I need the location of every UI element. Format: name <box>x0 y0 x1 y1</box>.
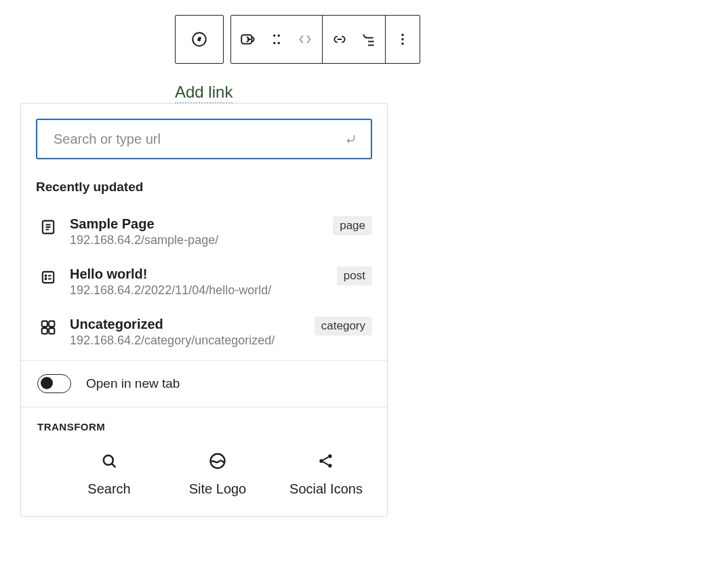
recently-updated-heading: Recently updated <box>36 180 372 195</box>
result-title: Sample Page <box>70 216 321 232</box>
svg-line-27 <box>112 464 115 467</box>
transform-option-social[interactable]: Social Icons <box>285 451 367 497</box>
svg-point-3 <box>273 35 275 37</box>
transform-option-site-logo[interactable]: Site Logo <box>177 451 258 497</box>
svg-point-20 <box>45 278 47 279</box>
svg-point-6 <box>278 42 280 44</box>
result-url: 192.168.64.2/sample-page/ <box>70 233 321 247</box>
toolbar-slot-more[interactable] <box>385 16 420 63</box>
result-type-badge: post <box>337 266 372 285</box>
link-result[interactable]: Hello world! 192.168.64.2/2022/11/04/hel… <box>36 260 372 310</box>
link-icon <box>331 31 348 48</box>
svg-rect-22 <box>42 321 47 327</box>
transform-label: Search <box>87 481 130 497</box>
toolbar-slot-link[interactable] <box>322 16 385 63</box>
svg-point-30 <box>328 454 331 458</box>
search-icon <box>100 451 119 470</box>
svg-point-5 <box>273 42 275 44</box>
svg-point-26 <box>104 456 113 465</box>
link-block-icon <box>239 31 257 48</box>
enter-icon <box>344 132 359 146</box>
svg-rect-25 <box>49 328 54 334</box>
svg-rect-23 <box>49 321 54 327</box>
submenu-icon[interactable] <box>359 31 377 48</box>
more-vertical-icon <box>394 31 411 48</box>
result-title: Hello world! <box>70 266 325 282</box>
share-icon <box>317 451 336 470</box>
block-toolbar <box>175 15 420 64</box>
result-url: 192.168.64.2/2022/11/04/hello-world/ <box>70 283 325 298</box>
transform-option-search[interactable]: Search <box>68 451 150 497</box>
block-type-button[interactable] <box>175 15 224 64</box>
result-type-badge: page <box>333 216 372 235</box>
result-title: Uncategorized <box>70 317 302 332</box>
open-new-tab-label: Open in new tab <box>86 376 180 391</box>
result-type-badge: category <box>315 317 372 336</box>
post-icon <box>39 268 58 287</box>
svg-point-18 <box>45 275 47 277</box>
link-search-input[interactable] <box>52 131 344 148</box>
page-icon <box>39 218 58 237</box>
toolbar-slot-parent[interactable] <box>231 16 322 63</box>
transform-label: Site Logo <box>189 481 247 497</box>
drag-handle-icon[interactable] <box>268 31 285 48</box>
svg-rect-24 <box>42 328 47 334</box>
add-link-placeholder[interactable]: Add link <box>175 83 232 104</box>
svg-point-29 <box>319 459 323 462</box>
svg-point-31 <box>328 464 331 467</box>
toolbar-group <box>230 15 420 64</box>
link-result[interactable]: Uncategorized 192.168.64.2/category/unca… <box>36 310 372 360</box>
move-left-right-icon[interactable] <box>296 31 314 48</box>
transform-heading: TRANSFORM <box>37 421 371 433</box>
compass-icon <box>190 31 208 48</box>
open-new-tab-toggle[interactable] <box>37 374 71 393</box>
svg-point-4 <box>278 35 280 37</box>
link-search-box[interactable] <box>36 119 372 159</box>
link-result[interactable]: Sample Page 192.168.64.2/sample-page/ pa… <box>36 209 372 260</box>
svg-point-10 <box>401 34 403 36</box>
transform-label: Social Icons <box>289 481 363 497</box>
result-url: 192.168.64.2/category/uncategorized/ <box>70 334 302 348</box>
svg-point-11 <box>401 38 403 40</box>
svg-rect-17 <box>43 272 54 283</box>
category-icon <box>39 318 58 337</box>
site-logo-icon <box>208 451 227 470</box>
link-control-popover: Recently updated Sample Page 192.168.64.… <box>20 103 388 517</box>
svg-point-12 <box>401 43 403 45</box>
